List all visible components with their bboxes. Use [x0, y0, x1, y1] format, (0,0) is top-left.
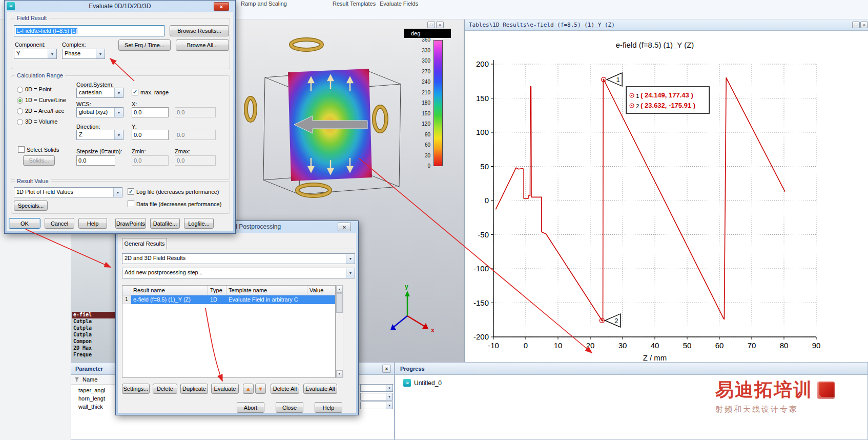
ribbon-item-result-templates[interactable]: Result Templates	[333, 1, 376, 7]
evaluate-button[interactable]: Evaluate	[211, 384, 239, 394]
select-solids-checkbox[interactable]	[18, 146, 25, 153]
tree-item[interactable]: Cutpla	[72, 332, 115, 338]
delete-button[interactable]: Delete	[153, 384, 177, 394]
y-min-input[interactable]: 0.0	[132, 130, 169, 140]
chevron-down-icon[interactable]: ▼	[48, 49, 56, 58]
evaluate-all-button[interactable]: Evaluate All	[303, 384, 337, 394]
radio-1d-curve-line-label[interactable]: 1D = Curve/Line	[25, 97, 66, 103]
max-range-label[interactable]: max. range	[140, 89, 169, 95]
delete-all-button[interactable]: Delete All	[271, 384, 299, 394]
radio-3d-volume-label[interactable]: 3D = Volume	[25, 118, 57, 125]
radio-1d-curve-line[interactable]	[17, 97, 23, 104]
table-row[interactable]: 1 e-field (f=8.5) (1)_Y (Z) 1D Evaluate …	[122, 295, 335, 304]
scroll-down-icon[interactable]: ▼	[336, 370, 343, 377]
col-value[interactable]: Value	[307, 286, 335, 295]
close-window-icon[interactable]: ×	[860, 22, 868, 28]
radio-0d-point[interactable]	[17, 87, 23, 93]
max-range-checkbox[interactable]: ✓	[132, 89, 138, 95]
field-result-input[interactable]: E-Field\e-field (f=8.5) [1]	[14, 25, 164, 36]
radio-2d-area-face-label[interactable]: 2D = Area/Face	[25, 108, 65, 114]
scroll-up-icon[interactable]: ▲	[336, 286, 343, 293]
stepsize-input[interactable]: 0.0	[76, 155, 115, 166]
chevron-down-icon[interactable]: ▼	[346, 268, 355, 278]
component-combo[interactable]: Y ▼	[14, 49, 57, 59]
datafile-button[interactable]: Datafile...	[150, 218, 180, 229]
chevron-down-icon[interactable]: ▼	[114, 108, 123, 117]
scrollbar-thumb[interactable]	[336, 293, 343, 313]
postprocessing-table[interactable]: Result name Type Template name Value 1 e…	[122, 285, 336, 378]
tree-item[interactable]: Compon	[72, 338, 115, 345]
log-file-label[interactable]: Log file (decreases performance)	[136, 189, 219, 195]
ribbon-item-evaluate-fields[interactable]: Evaluate Fields	[380, 1, 418, 7]
settings-button[interactable]: Settings...	[122, 384, 150, 394]
tree-item[interactable]: Cutpla	[72, 325, 115, 332]
y-axis-label: y	[405, 283, 408, 290]
col-template-name[interactable]: Template name	[226, 286, 307, 295]
table-scrollbar[interactable]: ▲ ▼	[336, 285, 343, 378]
ok-button[interactable]: OK	[9, 218, 40, 229]
chart-plot-area[interactable]: -100102030405060708090200150100500-50-10…	[465, 31, 868, 362]
chevron-down-icon[interactable]: ▼	[114, 130, 123, 139]
col-type[interactable]: Type	[208, 286, 226, 295]
restore-window-icon[interactable]: □	[852, 22, 860, 28]
move-up-icon[interactable]: ▲	[243, 384, 254, 394]
evaluate-dialog-titlebar[interactable]: ≈ Evaluate 0D/1D/2D/3D ×	[5, 1, 235, 12]
close-icon[interactable]: ×	[382, 365, 391, 373]
parameter-value-combo[interactable]: ▼	[360, 393, 393, 401]
direction-combo[interactable]: Z ▼	[76, 130, 123, 140]
chevron-down-icon[interactable]: ▼	[346, 254, 355, 264]
cancel-button[interactable]: Cancel	[45, 218, 74, 229]
progress-item[interactable]: ≈ Untitled_0	[403, 379, 442, 387]
tree-item[interactable]: Cutpla	[72, 318, 115, 325]
radio-2d-area-face[interactable]	[17, 108, 23, 114]
abort-button[interactable]: Abort	[237, 402, 264, 413]
move-down-icon[interactable]: ▼	[255, 384, 266, 394]
data-file-label[interactable]: Data file (decreases performance)	[136, 201, 221, 207]
chevron-down-icon[interactable]: ▼	[386, 402, 392, 409]
log-file-checkbox[interactable]: ✓	[128, 188, 134, 195]
chevron-down-icon[interactable]: ▼	[113, 188, 122, 197]
wcs-combo[interactable]: global (xyz) ▼	[76, 107, 123, 117]
tree-item[interactable]: Freque	[72, 352, 115, 358]
logfile-button[interactable]: Logfile...	[184, 218, 214, 229]
tab-general-results[interactable]: General Results	[122, 238, 167, 249]
filter-icon[interactable]	[74, 377, 79, 382]
ribbon-item-ramp-scaling[interactable]: Ramp and Scaling	[241, 1, 287, 7]
radio-0d-point-label[interactable]: 0D = Point	[25, 86, 52, 92]
browse-all-button[interactable]: Browse All...	[176, 39, 229, 51]
chart-window-titlebar[interactable]: Tables\1D Results\e-field (f=8.5) (1)_Y …	[465, 19, 868, 31]
chevron-down-icon[interactable]: ▼	[386, 393, 392, 400]
data-file-checkbox[interactable]	[128, 201, 134, 207]
chevron-down-icon[interactable]: ▼	[386, 385, 392, 391]
complex-combo[interactable]: Phase ▼	[62, 49, 105, 59]
browse-results-button[interactable]: Browse Results...	[170, 25, 229, 36]
progress-panel-titlebar[interactable]: Progress	[395, 363, 867, 375]
select-solids-label[interactable]: Select Solids	[27, 147, 59, 153]
help-button[interactable]: Help	[315, 402, 342, 413]
specials-button[interactable]: Specials...	[14, 201, 48, 211]
restore-window-icon[interactable]: □	[427, 22, 435, 28]
drawpoints-button[interactable]: DrawPoints	[115, 218, 146, 229]
x-tick-label: 60	[715, 341, 724, 350]
close-window-icon[interactable]: ×	[436, 22, 444, 28]
tree-item[interactable]: 2D Max	[72, 345, 115, 352]
radio-3d-volume[interactable]	[17, 119, 23, 125]
coord-system-combo[interactable]: cartesian ▼	[76, 88, 123, 98]
tree-item-selected[interactable]: e-fiel	[72, 312, 115, 318]
set-frq-time-button[interactable]: Set Frq / Time...	[118, 39, 171, 51]
col-result-name[interactable]: Result name	[131, 286, 208, 295]
chevron-down-icon[interactable]: ▼	[114, 88, 123, 97]
plot-type-combo[interactable]: 1D Plot of Field Values ▼	[14, 187, 122, 197]
close-icon[interactable]: ×	[214, 2, 229, 11]
parameter-value-combo[interactable]: ▼	[360, 384, 393, 392]
help-button[interactable]: Help	[78, 218, 107, 229]
chevron-down-icon[interactable]: ▼	[96, 49, 105, 58]
parameter-name-header-label: Name	[82, 376, 97, 383]
x-min-input[interactable]: 0.0	[132, 107, 169, 117]
add-step-combo[interactable]: Add new postprocessing step... ▼	[122, 268, 355, 278]
result-category-combo[interactable]: 2D and 3D Field Results ▼	[122, 253, 355, 264]
close-button[interactable]: Close	[276, 402, 303, 413]
parameter-value-combo[interactable]: ▼	[360, 402, 393, 409]
duplicate-button[interactable]: Duplicate	[180, 384, 208, 394]
close-icon[interactable]: ×	[338, 223, 351, 231]
